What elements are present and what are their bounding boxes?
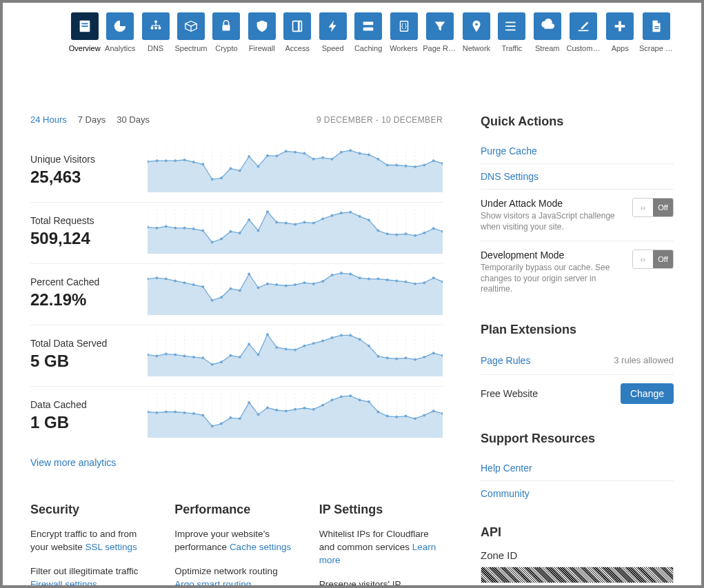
nav-crypto[interactable]: Crypto (210, 12, 243, 52)
svg-rect-15 (507, 22, 516, 23)
support-title: Support Resources (481, 432, 674, 446)
dns-settings-link[interactable]: DNS Settings (481, 164, 674, 190)
svg-point-347 (376, 411, 379, 414)
nav-custom-p-[interactable]: Custom P... (566, 12, 601, 52)
help-center-link[interactable]: Help Center (481, 456, 674, 481)
svg-point-276 (331, 336, 334, 339)
svg-point-71 (266, 154, 269, 157)
svg-point-153 (414, 234, 416, 237)
stat-value: 22.19% (30, 290, 134, 310)
svg-point-264 (220, 361, 223, 363)
under-attack-toggle[interactable]: ‹› Off (632, 198, 674, 217)
page-rules-link[interactable]: Page Rules (481, 355, 530, 366)
nav-spectrum[interactable]: Spectrum (174, 12, 207, 52)
nav-apps[interactable]: Apps (603, 12, 636, 52)
svg-point-145 (340, 212, 343, 214)
svg-point-76 (312, 158, 315, 161)
svg-point-346 (368, 401, 370, 403)
svg-rect-17 (507, 30, 516, 31)
nav-label: Traffic (501, 44, 522, 52)
svg-point-275 (321, 340, 324, 343)
svg-point-87 (414, 165, 416, 168)
support-section: Support Resources Help Center Community (481, 432, 674, 506)
svg-point-78 (331, 158, 334, 161)
svg-point-125 (155, 227, 158, 230)
performance-block-2: Optimize network routing Argo smart rout… (174, 565, 298, 588)
filter-24-hours[interactable]: 24 Hours (30, 114, 67, 125)
plan-extensions-section: Plan Extensions Page Rules 3 rules allow… (481, 323, 674, 412)
svg-point-60 (165, 159, 168, 162)
nav-dns[interactable]: DNS (139, 12, 172, 52)
nav-scrape-s-[interactable]: Scrape S... (639, 12, 674, 52)
svg-point-203 (266, 283, 269, 285)
svg-point-195 (192, 283, 195, 286)
firewall-settings-link[interactable]: Firewall settings (30, 579, 97, 588)
svg-point-345 (359, 398, 361, 401)
nav-caching[interactable]: Caching (352, 12, 384, 52)
cache-settings-link[interactable]: Cache settings (230, 542, 291, 552)
zone-id-value[interactable] (481, 567, 674, 583)
spectrum-icon (177, 12, 205, 40)
svg-point-64 (201, 163, 204, 165)
svg-point-341 (321, 404, 324, 407)
access-icon (283, 12, 311, 40)
filter-30-days[interactable]: 30 Days (117, 114, 150, 125)
ssl-settings-link[interactable]: SSL settings (86, 542, 137, 552)
svg-point-191 (155, 276, 158, 279)
view-more-analytics-link[interactable]: View more analytics (30, 457, 443, 468)
toggle-icon: ‹› (633, 199, 653, 216)
svg-point-340 (312, 408, 315, 411)
nav-traffic[interactable]: Traffic (496, 12, 528, 52)
svg-point-70 (257, 165, 260, 168)
nav-firewall[interactable]: Firewall (245, 12, 278, 52)
community-link[interactable]: Community (481, 481, 674, 506)
svg-point-284 (405, 356, 408, 359)
nav-access[interactable]: Access (281, 12, 314, 52)
security-block-2: Filter out illegitimate traffic Firewall… (30, 565, 154, 588)
svg-point-337 (285, 409, 288, 412)
svg-point-211 (340, 272, 343, 274)
purge-cache-link[interactable]: Purge Cache (481, 139, 674, 164)
nav-page-rules[interactable]: Page Rules (423, 12, 457, 52)
svg-point-205 (285, 285, 288, 287)
dev-mode-toggle[interactable]: ‹› Off (632, 250, 674, 269)
ip-block-1: Whitelist IPs for Cloudflare and common … (319, 528, 443, 567)
svg-point-82 (368, 154, 370, 156)
nav-analytics[interactable]: Analytics (103, 12, 136, 52)
svg-point-154 (423, 232, 425, 234)
nav-speed[interactable]: Speed (316, 12, 349, 52)
svg-point-285 (414, 358, 416, 361)
svg-point-271 (285, 347, 288, 350)
svg-point-69 (248, 155, 250, 158)
crypto-icon (212, 12, 240, 40)
sparkline-chart (148, 271, 443, 315)
svg-point-257 (155, 354, 158, 357)
toggle-icon: ‹› (633, 250, 653, 268)
svg-point-20 (505, 30, 507, 31)
security-title: Security (30, 503, 154, 517)
nav-workers[interactable]: {}Workers (388, 12, 420, 52)
nav-label: Custom P... (566, 44, 601, 52)
argo-routing-link[interactable]: Argo smart routing (174, 579, 251, 588)
filter-7-days[interactable]: 7 Days (78, 114, 105, 125)
nav-stream[interactable]: Stream (531, 12, 563, 52)
nav-overview[interactable]: Overview (68, 12, 101, 52)
svg-point-129 (192, 227, 195, 230)
change-plan-button[interactable]: Change (621, 383, 674, 404)
svg-point-217 (395, 279, 398, 282)
svg-point-209 (321, 280, 324, 283)
svg-point-214 (368, 278, 370, 281)
performance-title: Performance (174, 503, 298, 517)
nav-network[interactable]: Network (460, 12, 492, 52)
nav-label: Access (285, 44, 310, 52)
svg-point-138 (275, 221, 278, 223)
svg-point-197 (211, 299, 214, 302)
api-section: API Zone ID Click to copy Account ID (481, 525, 674, 588)
svg-point-258 (165, 352, 168, 355)
svg-rect-10 (363, 22, 374, 26)
svg-point-207 (303, 281, 305, 284)
svg-point-134 (239, 232, 241, 234)
svg-point-18 (505, 22, 507, 23)
svg-point-269 (266, 333, 269, 336)
svg-rect-24 (654, 28, 658, 29)
